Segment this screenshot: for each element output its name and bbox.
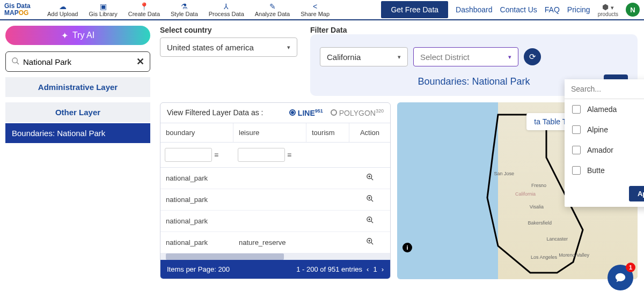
refresh-icon: ⟳ (529, 52, 536, 62)
svg-line-3 (371, 178, 373, 181)
chat-icon (614, 272, 626, 283)
chat-button[interactable]: 1 (608, 265, 633, 290)
filter-leisure-input[interactable] (238, 148, 285, 162)
radio-polygon[interactable]: POLYGON320 (331, 108, 384, 117)
state-value: California (327, 53, 361, 62)
other-layer-header[interactable]: Other Layer (5, 102, 150, 122)
table-header: boundary leisure tourism Action (160, 123, 390, 143)
radio-icon (289, 109, 296, 116)
nav-item-add-upload[interactable]: ☁Add Upload (42, 2, 84, 17)
filter-icon[interactable]: ≡ (214, 151, 218, 159)
try-ai-button[interactable]: ✦ Try AI (5, 26, 150, 45)
district-option[interactable]: Amador (565, 140, 644, 160)
info-icon[interactable]: i (402, 243, 412, 252)
map-label: Bakersfield (528, 220, 552, 226)
chat-badge: 1 (626, 263, 635, 272)
country-value: United states of america (167, 43, 254, 52)
analyze-icon: ✎ (269, 2, 276, 11)
nav-link-pricing[interactable]: Pricing (567, 5, 590, 14)
checkbox-icon (572, 146, 581, 154)
sidebar: ✦ Try AI ✕ Administrative Layer Other La… (0, 20, 156, 299)
nav-item-share-map[interactable]: <Share Map (295, 2, 335, 17)
map-label: San Jose (494, 171, 514, 176)
clear-icon[interactable]: ✕ (136, 56, 144, 68)
nav-link-faq[interactable]: FAQ (545, 5, 560, 14)
selected-layer[interactable]: Boundaries: National Park (5, 123, 150, 143)
nav-item-label: Style Data (171, 11, 198, 17)
nav-link-dashboard[interactable]: Dashboard (456, 5, 493, 14)
filter-icon[interactable]: ≡ (287, 151, 291, 159)
zoom-icon[interactable] (366, 216, 374, 226)
sparkle-icon: ✦ (61, 31, 68, 41)
view-as-label: View Filtered Layer Data as : (167, 108, 264, 117)
radio-icon (331, 109, 337, 116)
checkbox-icon (572, 105, 581, 114)
nav-item-create-data[interactable]: 📍Create Data (123, 2, 165, 17)
state-select[interactable]: California ▾ (320, 47, 408, 66)
get-free-data-button[interactable]: Get Free Data (381, 1, 448, 18)
nav-item-label: Analyze Data (255, 11, 290, 17)
products-label: products (598, 11, 618, 17)
sidebar-search-input[interactable] (23, 57, 136, 66)
logo[interactable]: Gis Data MAPOG (4, 3, 40, 17)
pager-range: 1 - 200 of 951 entries (296, 265, 362, 273)
nav-item-label: Share Map (301, 11, 330, 17)
zoom-icon[interactable] (366, 174, 374, 183)
content: Select country United states of america … (156, 20, 644, 299)
cell-tourism (306, 195, 349, 204)
chevron-down-icon: ▾ (508, 54, 511, 61)
try-ai-label: Try AI (72, 31, 94, 40)
cell-tourism (306, 238, 349, 246)
nav-item-analyze-data[interactable]: ✎Analyze Data (250, 2, 295, 17)
pager: Items per Page: 200 1 - 200 of 951 entri… (160, 260, 390, 279)
apply-button[interactable]: Apply (629, 186, 644, 201)
chevron-down-icon: ▾ (398, 54, 401, 61)
cell-leisure: nature_reserve (233, 234, 306, 251)
district-option[interactable]: Alpine (565, 119, 644, 140)
table-row: national_park (160, 211, 390, 232)
nav-item-style-data[interactable]: ⚗Style Data (165, 2, 203, 17)
country-label: Select country (160, 26, 297, 34)
items-per-page[interactable]: Items per Page: 200 (167, 265, 230, 273)
col-leisure[interactable]: leisure (233, 123, 306, 142)
products-menu[interactable]: ⬢ ▾ products (598, 3, 618, 17)
district-select[interactable]: Select District ▾ (413, 47, 518, 66)
nav-item-label: Add Upload (47, 11, 78, 17)
sidebar-search[interactable]: ✕ (5, 51, 150, 72)
checkbox-icon (572, 125, 581, 134)
refresh-button[interactable]: ⟳ (524, 48, 541, 65)
data-panel: View Filtered Layer Data as : LINE951 PO… (160, 102, 391, 279)
nav-link-contact[interactable]: Contact Us (500, 5, 537, 14)
pager-prev[interactable]: ‹ (367, 265, 369, 273)
cell-boundary: national_park (160, 170, 233, 186)
district-option-label: Butte (587, 166, 605, 175)
nav-item-process-data[interactable]: ⅄Process Data (203, 2, 250, 17)
country-select[interactable]: United states of america ▾ (160, 38, 297, 57)
table-row: national_park (160, 168, 390, 189)
avatar[interactable]: N (626, 3, 640, 17)
pager-next[interactable]: › (382, 265, 384, 273)
share-icon: < (313, 2, 317, 11)
district-option-label: Alpine (587, 125, 608, 134)
district-search-input[interactable] (565, 79, 644, 99)
radio-line[interactable]: LINE951 (289, 108, 323, 117)
filter-boundary-input[interactable] (165, 148, 212, 162)
boundaries-title: Boundaries: National Park (418, 76, 530, 87)
district-option[interactable]: Butte (565, 160, 644, 181)
col-tourism[interactable]: tourism (306, 123, 349, 142)
horizontal-scrollbar[interactable] (160, 253, 390, 260)
admin-layer-header[interactable]: Administrative Layer (5, 77, 150, 97)
col-boundary[interactable]: boundary (160, 123, 233, 142)
cell-leisure (233, 174, 306, 182)
nav-item-gis-library[interactable]: ▣Gis Library (84, 2, 123, 17)
map-label: Visalia (530, 204, 544, 210)
cell-leisure (233, 216, 306, 225)
svg-point-0 (12, 58, 17, 63)
district-option[interactable]: Alameda (565, 99, 644, 119)
map-label: Moreno Valley (559, 252, 589, 258)
pin-icon: 📍 (140, 2, 149, 11)
zoom-icon[interactable] (366, 195, 374, 204)
zoom-icon[interactable] (366, 238, 374, 247)
cell-boundary: national_park (160, 213, 233, 229)
nav-items: ☁Add Upload▣Gis Library📍Create Data⚗Styl… (42, 2, 335, 17)
